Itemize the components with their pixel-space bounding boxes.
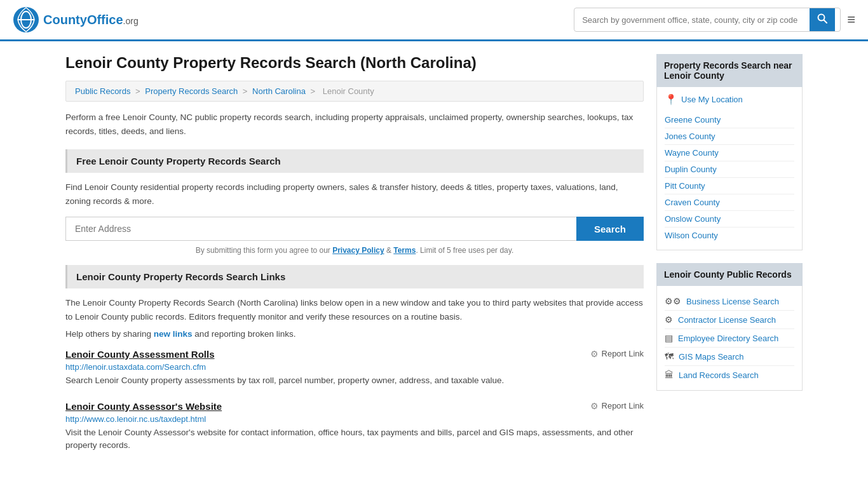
form-note-suffix: . Limit of 5 free uses per day.	[416, 246, 513, 255]
breadcrumb-property-records[interactable]: Property Records Search	[145, 86, 238, 96]
use-my-location-button[interactable]: 📍 Use My Location	[665, 93, 794, 105]
sidebar-link-onslow[interactable]: Onslow County	[665, 211, 794, 227]
report-icon-0: ⚙	[590, 349, 599, 359]
sidebar-link-pitt[interactable]: Pitt County	[665, 178, 794, 194]
address-input[interactable]	[65, 217, 576, 241]
sidebar-business-license[interactable]: ⚙⚙ Business License Search	[665, 292, 794, 311]
new-links-link[interactable]: new links	[154, 329, 193, 339]
sidebar-link-wayne[interactable]: Wayne County	[665, 145, 794, 161]
sidebar-link-jones[interactable]: Jones County	[665, 128, 794, 145]
form-note-prefix: By submitting this form you agree to our	[196, 246, 332, 255]
sidebar-gis-maps[interactable]: 🗺 GIS Maps Search	[665, 348, 794, 366]
privacy-policy-link[interactable]: Privacy Policy	[332, 246, 384, 255]
public-records-content: ⚙⚙ Business License Search ⚙ Contractor …	[656, 286, 803, 391]
sidebar-link-craven[interactable]: Craven County	[665, 194, 794, 211]
sidebar-contractor-license[interactable]: ⚙ Contractor License Search	[665, 311, 794, 329]
link-item-assessment-rolls: Lenoir County Assessment Rolls ⚙ Report …	[65, 349, 644, 387]
employee-directory-icon: ▤	[665, 333, 673, 343]
address-form: Search	[65, 217, 644, 241]
sidebar: Property Records Search near Lenoir Coun…	[656, 54, 803, 466]
report-label-1: Report Link	[602, 401, 644, 410]
logo[interactable]: CountyOffice.org	[13, 6, 139, 33]
header-right: ≡	[574, 8, 855, 32]
nearby-section: Property Records Search near Lenoir Coun…	[656, 54, 803, 250]
free-search-header: Free Lenoir County Property Records Sear…	[65, 149, 644, 173]
breadcrumb-sep2: >	[243, 86, 250, 96]
link-title-assessor[interactable]: Lenoir County Assessor's Website	[65, 401, 222, 412]
link-item-header-1: Lenoir County Assessor's Website ⚙ Repor…	[65, 401, 644, 412]
gis-maps-icon: 🗺	[665, 351, 674, 362]
report-icon-1: ⚙	[590, 401, 599, 411]
report-link-button-1[interactable]: ⚙ Report Link	[590, 401, 644, 411]
logo-text: CountyOffice.org	[43, 13, 139, 27]
header-search-button[interactable]	[810, 8, 835, 31]
sidebar-link-wilson[interactable]: Wilson County	[665, 227, 794, 243]
logo-icon	[13, 6, 39, 33]
link-desc-1: Visit the Lenoir County Assessor's websi…	[65, 426, 644, 452]
nearby-section-content: 📍 Use My Location Greene County Jones Co…	[656, 87, 803, 250]
menu-icon[interactable]: ≡	[847, 11, 855, 28]
form-note-and: &	[384, 246, 394, 255]
link-url-0[interactable]: http://lenoir.ustaxdata.com/Search.cfm	[65, 362, 644, 372]
svg-line-4	[824, 20, 827, 24]
contractor-license-icon: ⚙	[665, 315, 673, 325]
report-link-button-0[interactable]: ⚙ Report Link	[590, 349, 644, 359]
employee-directory-label: Employee Directory Search	[678, 334, 778, 343]
sidebar-link-greene[interactable]: Greene County	[665, 112, 794, 128]
free-search-description: Find Lenoir County residential property …	[65, 180, 644, 208]
public-records-title: Lenoir County Public Records	[656, 263, 803, 286]
land-records-icon: 🏛	[665, 370, 674, 380]
main-layout: Lenoir County Property Records Search (N…	[53, 41, 815, 478]
public-records-section: Lenoir County Public Records ⚙⚙ Business…	[656, 263, 803, 391]
link-item-header: Lenoir County Assessment Rolls ⚙ Report …	[65, 349, 644, 360]
sidebar-link-duplin[interactable]: Duplin County	[665, 161, 794, 178]
links-section-header: Lenoir County Property Records Search Li…	[65, 265, 644, 288]
sharing-suffix: and reporting broken links.	[193, 329, 296, 339]
content-area: Lenoir County Property Records Search (N…	[65, 54, 644, 466]
form-note: By submitting this form you agree to our…	[65, 246, 644, 255]
link-desc-0: Search Lenoir County property assessment…	[65, 374, 644, 387]
nearby-section-title: Property Records Search near Lenoir Coun…	[656, 54, 803, 87]
page-title: Lenoir County Property Records Search (N…	[65, 54, 644, 72]
sidebar-employee-directory[interactable]: ▤ Employee Directory Search	[665, 329, 794, 348]
link-url-1[interactable]: http://www.co.lenoir.nc.us/taxdept.html	[65, 414, 644, 424]
report-label-0: Report Link	[602, 349, 644, 358]
terms-link[interactable]: Terms	[393, 246, 416, 255]
link-title-assessment-rolls[interactable]: Lenoir County Assessment Rolls	[65, 349, 215, 360]
address-search-button[interactable]: Search	[576, 217, 644, 241]
sidebar-land-records[interactable]: 🏛 Land Records Search	[665, 366, 794, 384]
location-icon: 📍	[665, 93, 677, 105]
gis-maps-label: GIS Maps Search	[679, 352, 744, 362]
land-records-label: Land Records Search	[679, 370, 759, 380]
business-license-label: Business License Search	[686, 297, 779, 306]
breadcrumb-current: Lenoir County	[323, 86, 374, 96]
contractor-license-label: Contractor License Search	[678, 315, 776, 325]
use-my-location-label: Use My Location	[681, 95, 743, 104]
breadcrumb: Public Records > Property Records Search…	[65, 81, 644, 102]
header: CountyOffice.org ≡	[0, 0, 868, 41]
breadcrumb-public-records[interactable]: Public Records	[75, 86, 130, 96]
header-search-container	[574, 8, 841, 32]
breadcrumb-sep1: >	[135, 86, 142, 96]
business-license-icon: ⚙⚙	[665, 296, 681, 306]
free-search-section: Free Lenoir County Property Records Sear…	[65, 149, 644, 255]
links-section: Lenoir County Property Records Search Li…	[65, 265, 644, 452]
link-item-assessor-website: Lenoir County Assessor's Website ⚙ Repor…	[65, 401, 644, 452]
links-description: The Lenoir County Property Records Searc…	[65, 296, 644, 323]
page-description: Perform a free Lenoir County, NC public …	[65, 111, 644, 138]
sharing-prefix: Help others by sharing	[65, 329, 154, 339]
sharing-note: Help others by sharing new links and rep…	[65, 329, 644, 339]
search-icon	[817, 13, 827, 24]
header-search-input[interactable]	[574, 10, 810, 30]
breadcrumb-sep3: >	[311, 86, 318, 96]
breadcrumb-nc[interactable]: North Carolina	[252, 86, 306, 96]
